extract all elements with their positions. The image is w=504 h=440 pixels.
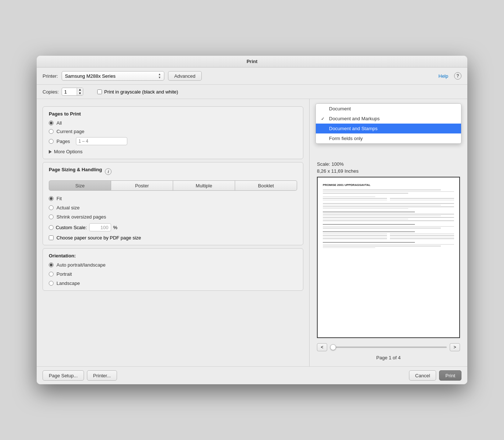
more-options-row[interactable]: More Options: [49, 149, 297, 154]
auto-portrait-radio[interactable]: [49, 263, 54, 267]
tab-booklet[interactable]: Booklet: [235, 180, 297, 191]
doc-section-6: [323, 242, 454, 248]
help-icon[interactable]: ?: [454, 72, 461, 80]
doc-s2-4: [323, 208, 408, 209]
copies-stepper: ▲ ▼: [77, 88, 83, 95]
doc-s5-col-2: [323, 235, 454, 236]
grayscale-label: Print in grayscale (black and white): [104, 89, 178, 95]
orientation-radio-col: Auto portrait/landscape Portrait Landsca…: [49, 262, 297, 286]
page-navigation: < >: [315, 341, 461, 353]
copies-up-button[interactable]: ▲: [77, 88, 83, 92]
doc-s5-c5: [323, 237, 387, 238]
doc-two-col-1: [323, 198, 454, 199]
pages-option: Pages: [49, 137, 297, 145]
doc-col-2: [390, 198, 454, 199]
doc-s5-c6: [390, 237, 454, 238]
current-page-radio[interactable]: [49, 129, 54, 134]
info-icon[interactable]: i: [105, 168, 112, 175]
print-button[interactable]: Print: [439, 370, 461, 381]
printer-button[interactable]: Printer...: [87, 370, 117, 381]
doc-section-2: [323, 203, 454, 209]
pages-radio[interactable]: [49, 139, 54, 144]
auto-portrait-label: Auto portrait/landscape: [56, 262, 106, 268]
doc-s5-c7: [323, 238, 387, 239]
orientation-title: Orientation:: [49, 253, 297, 258]
paper-source-label: Choose paper source by PDF page size: [56, 235, 141, 241]
paper-source-checkbox[interactable]: [49, 235, 54, 240]
doc-s2-1: [323, 203, 454, 204]
dropdown-menu: Document ✓ Document and Markups Document…: [315, 103, 461, 144]
page-setup-button[interactable]: Page Setup...: [43, 370, 84, 381]
doc-col-1: [323, 198, 387, 199]
dropdown-item-markups[interactable]: ✓ Document and Markups: [316, 114, 461, 124]
shrink-label: Shrink oversized pages: [56, 214, 106, 220]
doc-section-1: [323, 197, 454, 201]
help-link[interactable]: Help: [438, 73, 448, 79]
printer-value: Samsung M288x Series: [65, 73, 116, 79]
tab-multiple[interactable]: Multiple: [173, 180, 235, 191]
grayscale-wrap: Print in grayscale (black and white): [97, 89, 178, 95]
advanced-button[interactable]: Advanced: [168, 71, 202, 81]
prev-page-button[interactable]: <: [317, 343, 327, 351]
dropdown-item-formfields[interactable]: Form fields only: [316, 133, 461, 143]
all-label: All: [56, 120, 62, 126]
copies-input[interactable]: [62, 88, 77, 95]
page-count: Page 1 of 4: [315, 353, 461, 362]
sizing-radio-col: Fit Actual size Shrink oversized pages C…: [49, 196, 297, 231]
doc-s3-4: [323, 219, 408, 220]
more-options-triangle-icon: [49, 150, 52, 154]
doc-col-3: [323, 200, 387, 201]
custom-scale-radio[interactable]: [49, 225, 54, 230]
dropdown-item-stamps[interactable]: Document and Stamps: [316, 124, 461, 133]
printer-select[interactable]: Samsung M288x Series ▲ ▼: [62, 71, 164, 81]
left-panel: Pages to Print All Current page Pages: [37, 99, 310, 366]
page-size-info: 8,26 x 11,69 Inches: [315, 168, 461, 174]
fit-radio[interactable]: [49, 196, 54, 201]
all-radio[interactable]: [49, 121, 54, 125]
doc-s2-2: [323, 205, 441, 206]
doc-col-4: [390, 200, 454, 201]
actual-size-label: Actual size: [56, 205, 80, 210]
doc-s3-5: [323, 220, 454, 221]
check-icon-document: [321, 106, 326, 111]
tab-size[interactable]: Size: [49, 180, 111, 191]
print-dialog: Print Printer: Samsung M288x Series ▲ ▼ …: [37, 56, 467, 384]
next-page-button[interactable]: >: [450, 343, 460, 351]
check-icon-stamps: [321, 126, 326, 131]
dropdown-item-document[interactable]: Document: [316, 104, 461, 114]
landscape-radio[interactable]: [49, 281, 54, 286]
page-slider[interactable]: [330, 346, 447, 348]
current-page-option: Current page: [49, 129, 297, 134]
doc-s5-col-4: [323, 238, 454, 239]
copies-down-button[interactable]: ▼: [77, 92, 83, 95]
doc-s6-2: [323, 246, 441, 246]
pages-section-title: Pages to Print: [49, 111, 297, 117]
shrink-radio[interactable]: [49, 214, 54, 219]
cancel-button[interactable]: Cancel: [409, 370, 436, 381]
sizing-tab-bar: Size Poster Multiple Booklet: [49, 180, 297, 191]
doc-s5-c3: [323, 235, 387, 236]
shrink-option: Shrink oversized pages: [49, 214, 297, 220]
check-icon-formfields: [321, 136, 326, 141]
current-page-label: Current page: [56, 129, 84, 134]
portrait-option: Portrait: [49, 271, 297, 277]
doc-line-3: [323, 193, 408, 194]
footer: Page Setup... Printer... Cancel Print: [37, 366, 467, 384]
portrait-radio[interactable]: [49, 272, 54, 276]
actual-size-radio[interactable]: [49, 205, 54, 210]
landscape-option: Landscape: [49, 280, 297, 286]
tab-poster[interactable]: Poster: [111, 180, 173, 191]
printer-label: Printer:: [43, 73, 58, 79]
copies-label: Copies:: [43, 89, 59, 95]
pages-input[interactable]: [76, 137, 127, 145]
grayscale-checkbox[interactable]: [97, 89, 102, 94]
preview-doc-content: PROMISE 2001 UPPDRAGSAVTAL: [318, 177, 459, 255]
doc-s5-c4: [390, 235, 454, 236]
paper-source-row: Choose paper source by PDF page size: [49, 235, 297, 241]
doc-s3-1: [323, 214, 454, 214]
printer-row: Printer: Samsung M288x Series ▲ ▼ Advanc…: [37, 67, 467, 85]
auto-portrait-option: Auto portrait/landscape: [49, 262, 297, 268]
stepper-up-icon: ▲: [158, 73, 161, 76]
doc-s6-1: [323, 244, 454, 245]
custom-scale-input[interactable]: [89, 223, 111, 231]
